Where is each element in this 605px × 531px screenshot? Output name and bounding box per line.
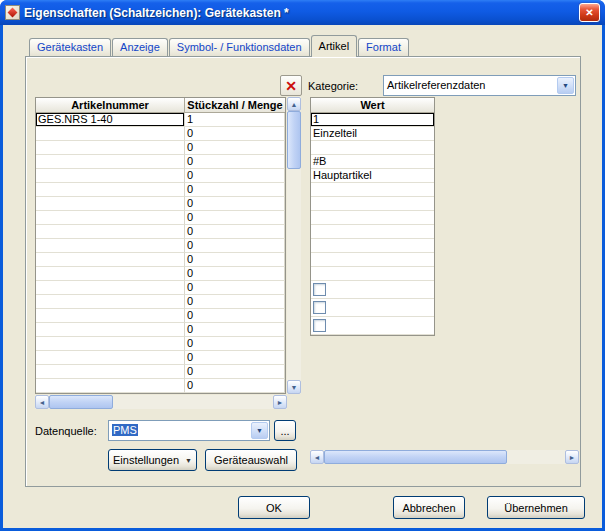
- artikel-table-row[interactable]: 0: [36, 351, 285, 365]
- artikel-table-row[interactable]: 0: [36, 309, 285, 323]
- artikelnummer-cell[interactable]: [36, 351, 185, 365]
- wert-table-row[interactable]: [311, 281, 434, 299]
- wert-cell[interactable]: [311, 253, 434, 266]
- wert-checkbox[interactable]: [313, 283, 326, 296]
- datenquelle-dropdown[interactable]: PMS ▼: [108, 420, 270, 441]
- artikelnummer-cell[interactable]: [36, 225, 185, 239]
- artikel-table-row[interactable]: 0: [36, 127, 285, 141]
- artikel-table-row[interactable]: 0: [36, 337, 285, 351]
- wert-table-row[interactable]: [311, 225, 434, 239]
- delete-entry-button[interactable]: ✕: [280, 75, 302, 96]
- artikel-table-row[interactable]: 0: [36, 379, 285, 393]
- artikelnummer-cell[interactable]: [36, 155, 185, 169]
- wert-table-row[interactable]: [311, 317, 434, 335]
- wert-cell[interactable]: [311, 225, 434, 238]
- scroll-right-button[interactable]: ►: [273, 395, 287, 409]
- wert-cell[interactable]: [311, 239, 434, 252]
- artikel-table-row[interactable]: 0: [36, 253, 285, 267]
- menge-cell[interactable]: 0: [185, 183, 285, 197]
- wert-cell[interactable]: [311, 141, 434, 154]
- artikel-table-row[interactable]: 0: [36, 239, 285, 253]
- close-button[interactable]: ✕: [579, 3, 600, 22]
- title-bar[interactable]: Eigenschaften (Schaltzeichen): Gerätekas…: [0, 0, 605, 25]
- menge-cell[interactable]: 0: [185, 365, 285, 379]
- artikel-table-row[interactable]: 0: [36, 197, 285, 211]
- artikelnummer-cell[interactable]: [36, 365, 185, 379]
- wert-cell[interactable]: Hauptartikel: [311, 169, 434, 182]
- menge-cell[interactable]: 0: [185, 169, 285, 183]
- tab-artikel[interactable]: Artikel: [311, 35, 358, 57]
- datenquelle-dropdown-arrow-icon[interactable]: ▼: [251, 422, 268, 439]
- tab-symbol-funktionsdaten[interactable]: Symbol- / Funktionsdaten: [169, 38, 310, 56]
- hscroll-thumb[interactable]: [49, 395, 113, 409]
- wert-table-row[interactable]: [311, 183, 434, 197]
- geraeteauswahl-button[interactable]: Geräteauswahl: [205, 449, 297, 471]
- artikelnummer-cell[interactable]: [36, 127, 185, 141]
- artikel-table-row[interactable]: 0: [36, 225, 285, 239]
- wert-table-row[interactable]: [311, 253, 434, 267]
- artikel-table-row[interactable]: 0: [36, 211, 285, 225]
- wert-cell[interactable]: #B: [311, 155, 434, 168]
- menge-cell[interactable]: 0: [185, 351, 285, 365]
- browse-button[interactable]: ...: [274, 420, 296, 441]
- column-header-artikelnummer[interactable]: Artikelnummer: [36, 98, 185, 112]
- column-header-stueckzahl-menge[interactable]: Stückzahl / Menge: [185, 98, 285, 112]
- artikel-table-row[interactable]: 0: [36, 281, 285, 295]
- artikelnummer-cell[interactable]: [36, 323, 185, 337]
- artikelnummer-cell[interactable]: [36, 141, 185, 155]
- artikelnummer-cell[interactable]: [36, 239, 185, 253]
- artikel-table-row[interactable]: 0: [36, 323, 285, 337]
- wert-hscroll-thumb[interactable]: [324, 450, 507, 464]
- menge-cell[interactable]: 0: [185, 155, 285, 169]
- wert-cell[interactable]: 1: [311, 113, 434, 126]
- scroll-right-button[interactable]: ►: [565, 450, 579, 464]
- artikel-table-row[interactable]: 0: [36, 169, 285, 183]
- wert-cell[interactable]: [311, 267, 434, 280]
- artikelnummer-cell[interactable]: [36, 309, 185, 323]
- menge-cell[interactable]: 0: [185, 253, 285, 267]
- artikelnummer-cell[interactable]: [36, 295, 185, 309]
- wert-table-row[interactable]: [311, 211, 434, 225]
- artikelnummer-cell[interactable]: [36, 267, 185, 281]
- kategorie-dropdown[interactable]: Artikelreferenzdaten ▼: [383, 75, 576, 96]
- artikelnummer-cell[interactable]: [36, 169, 185, 183]
- menge-cell[interactable]: 0: [185, 197, 285, 211]
- wert-table-row[interactable]: [311, 267, 434, 281]
- vscroll-thumb[interactable]: [287, 111, 301, 169]
- menge-cell[interactable]: 0: [185, 309, 285, 323]
- tab-geraetekasten[interactable]: Gerätekasten: [29, 38, 111, 56]
- menge-cell[interactable]: 0: [185, 239, 285, 253]
- artikel-table-row[interactable]: 0: [36, 141, 285, 155]
- artikelnummer-cell[interactable]: [36, 253, 185, 267]
- kategorie-dropdown-arrow-icon[interactable]: ▼: [557, 77, 574, 94]
- artikelnummer-cell[interactable]: [36, 183, 185, 197]
- wert-table-row[interactable]: [311, 197, 434, 211]
- wert-table-row[interactable]: [311, 141, 434, 155]
- menge-cell[interactable]: 0: [185, 281, 285, 295]
- menge-cell[interactable]: 0: [185, 379, 285, 393]
- artikel-table-row[interactable]: GES.NRS 1-401: [36, 113, 285, 127]
- menge-cell[interactable]: 0: [185, 295, 285, 309]
- menge-cell[interactable]: 1: [185, 113, 285, 127]
- ok-button[interactable]: OK: [238, 496, 310, 519]
- wert-table-row[interactable]: Hauptartikel: [311, 169, 434, 183]
- menge-cell[interactable]: 0: [185, 267, 285, 281]
- menge-cell[interactable]: 0: [185, 141, 285, 155]
- tab-anzeige[interactable]: Anzeige: [112, 38, 168, 56]
- wert-table-row[interactable]: #B: [311, 155, 434, 169]
- wert-cell[interactable]: Einzelteil: [311, 127, 434, 140]
- menge-cell[interactable]: 0: [185, 211, 285, 225]
- menge-cell[interactable]: 0: [185, 337, 285, 351]
- wert-hscrollbar[interactable]: ◄ ►: [310, 450, 579, 464]
- scroll-down-button[interactable]: ▼: [287, 380, 301, 394]
- artikelnummer-cell[interactable]: [36, 281, 185, 295]
- scroll-left-button[interactable]: ◄: [35, 395, 49, 409]
- menge-cell[interactable]: 0: [185, 225, 285, 239]
- wert-table-row[interactable]: [311, 239, 434, 253]
- einstellungen-button[interactable]: Einstellungen ▼: [108, 449, 197, 471]
- artikel-table-row[interactable]: 0: [36, 295, 285, 309]
- wert-table-row[interactable]: Einzelteil: [311, 127, 434, 141]
- artikelnummer-cell[interactable]: [36, 197, 185, 211]
- wert-table-row[interactable]: [311, 299, 434, 317]
- wert-cell[interactable]: [311, 211, 434, 224]
